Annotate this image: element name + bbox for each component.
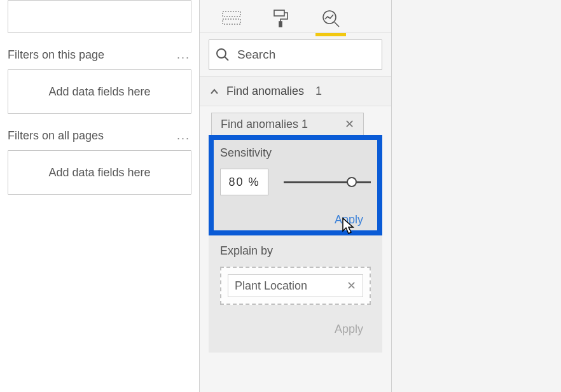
- explain-by-label: Explain by: [220, 244, 371, 258]
- explain-by-card: Explain by Plant Location ✕ Apply: [209, 235, 382, 353]
- more-icon[interactable]: ...: [177, 48, 191, 62]
- svg-line-7: [225, 57, 228, 60]
- search-icon: [216, 48, 230, 62]
- svg-line-5: [335, 22, 339, 27]
- find-anomalies-section[interactable]: Find anomalies 1: [200, 76, 391, 106]
- filters-all-pages-dropzone[interactable]: Add data fields here: [8, 150, 191, 195]
- canvas-area: [392, 0, 561, 392]
- dropzone-placeholder: Add data fields here: [48, 166, 150, 179]
- fields-tab[interactable]: [218, 4, 246, 32]
- section-title: Find anomalies: [226, 85, 304, 98]
- analytics-icon: [321, 9, 340, 28]
- paint-roller-icon: [273, 9, 289, 28]
- sensitivity-label: Sensitivity: [220, 146, 371, 160]
- slider-thumb[interactable]: [347, 177, 357, 187]
- pane-tabs: [200, 0, 391, 33]
- dropzone-placeholder: Add data fields here: [48, 85, 150, 99]
- filters-all-pages-title: Filters on all pages: [8, 129, 104, 143]
- svg-rect-1: [223, 19, 240, 24]
- sensitivity-value[interactable]: 80 %: [220, 169, 268, 195]
- analytics-tab[interactable]: [317, 4, 345, 32]
- sensitivity-card: Sensitivity 80 % Apply: [209, 135, 382, 235]
- svg-rect-0: [223, 11, 240, 17]
- anomaly-card-tab[interactable]: Find anomalies 1 ✕: [211, 113, 364, 135]
- svg-point-4: [323, 11, 336, 24]
- remove-chip-icon[interactable]: ✕: [347, 279, 356, 293]
- filters-this-page-header: Filters on this page ...: [8, 48, 191, 62]
- apply-button[interactable]: Apply: [335, 213, 363, 226]
- section-count: 1: [315, 85, 322, 98]
- card-tab-label: Find anomalies 1: [221, 118, 308, 131]
- filters-this-page-title: Filters on this page: [8, 48, 104, 62]
- sensitivity-slider[interactable]: [284, 181, 371, 183]
- chevron-up-icon: [210, 87, 219, 96]
- search-input[interactable]: [236, 47, 389, 62]
- search-box[interactable]: [209, 39, 382, 70]
- svg-rect-3: [279, 22, 282, 27]
- more-icon[interactable]: ...: [177, 129, 191, 143]
- filters-this-page-dropzone[interactable]: Add data fields here: [8, 69, 191, 114]
- format-tab[interactable]: [267, 4, 295, 32]
- svg-point-6: [217, 49, 226, 58]
- explain-by-chip[interactable]: Plant Location ✕: [220, 267, 371, 305]
- apply-row-explain: Apply: [220, 323, 371, 336]
- fields-icon: [222, 11, 241, 26]
- filter-dropzone-visual[interactable]: [8, 0, 191, 33]
- svg-rect-2: [274, 10, 284, 16]
- apply-button-disabled: Apply: [335, 323, 363, 335]
- filters-all-pages-header: Filters on all pages ...: [8, 129, 191, 143]
- close-icon[interactable]: ✕: [345, 117, 354, 131]
- apply-row: Apply: [220, 213, 371, 227]
- analytics-panel: Find anomalies 1 Find anomalies 1 ✕ Sens…: [200, 0, 392, 392]
- chip-text: Plant Location: [235, 279, 307, 293]
- sensitivity-value-text: 80 %: [228, 176, 260, 189]
- filters-panel: Filters on this page ... Add data fields…: [0, 0, 200, 392]
